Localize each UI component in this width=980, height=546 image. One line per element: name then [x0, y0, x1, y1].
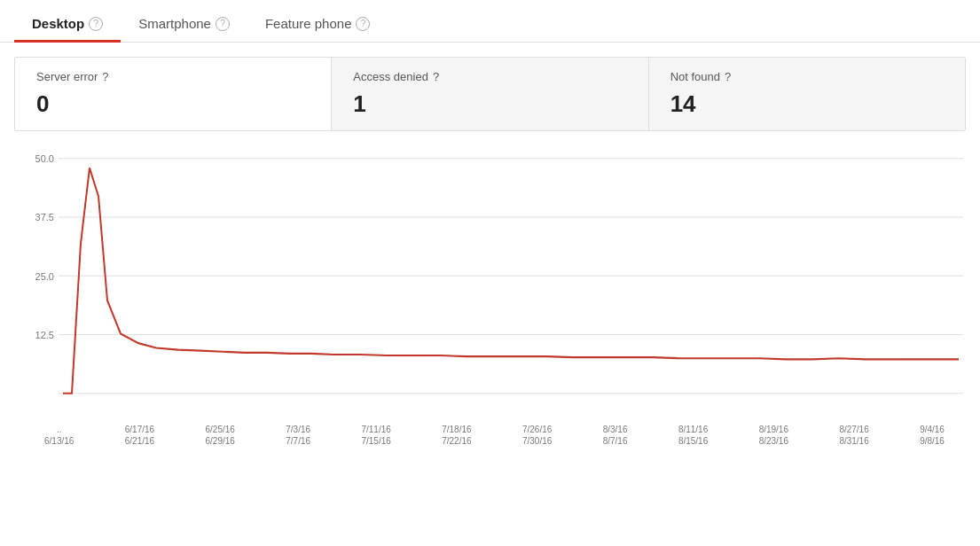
stat-access-denied-help-icon[interactable]: ?	[433, 70, 439, 83]
tab-smartphone[interactable]: Smartphone ?	[121, 7, 247, 43]
svg-text:12.5: 12.5	[35, 329, 54, 339]
x-label-group-1: .. 6/13/16	[44, 424, 74, 447]
stat-value-access-denied: 1	[353, 90, 626, 118]
stat-label-server-error: Server error ?	[36, 70, 310, 83]
stat-value-server-error: 0	[36, 90, 310, 118]
x-label-group-8: 8/3/16 8/7/16	[603, 424, 628, 447]
stat-server-error-help-icon[interactable]: ?	[102, 70, 108, 83]
svg-text:50.0: 50.0	[35, 153, 54, 164]
stats-row: Server error ? 0 Access denied ? 1 Not f…	[14, 57, 966, 131]
stat-card-not-found: Not found ? 14	[649, 58, 965, 130]
chart-container: 50.0 37.5 25.0 12.5	[14, 149, 966, 424]
stat-card-access-denied: Access denied ? 1	[332, 58, 648, 130]
stat-card-server-error: Server error ? 0	[15, 58, 332, 130]
stat-not-found-help-icon[interactable]: ?	[725, 70, 731, 83]
tab-desktop[interactable]: Desktop ?	[14, 7, 121, 43]
x-label-group-3: 6/25/16 6/29/16	[206, 424, 235, 447]
stat-value-not-found: 14	[670, 90, 944, 118]
x-label-group-9: 8/11/16 8/15/16	[678, 424, 708, 447]
svg-text:25.0: 25.0	[35, 270, 54, 281]
x-label-group-12: 9/4/16 9/8/16	[920, 424, 945, 447]
tab-feature-phone[interactable]: Feature phone ?	[247, 7, 388, 43]
stat-label-access-denied: Access denied ?	[353, 70, 626, 83]
tab-feature-phone-help-icon[interactable]: ?	[356, 17, 370, 31]
tabs-container: Desktop ? Smartphone ? Feature phone ?	[0, 0, 980, 43]
tab-smartphone-help-icon[interactable]: ?	[216, 17, 230, 31]
stat-label-not-found: Not found ?	[670, 70, 944, 83]
tab-feature-phone-label: Feature phone	[265, 16, 352, 31]
tab-smartphone-label: Smartphone	[138, 16, 211, 31]
x-axis-labels: .. 6/13/16 6/17/16 6/21/16 6/25/16 6/29/…	[0, 424, 980, 447]
tab-desktop-help-icon[interactable]: ?	[89, 17, 103, 31]
svg-text:37.5: 37.5	[35, 212, 54, 222]
x-label-group-11: 8/27/16 8/31/16	[839, 424, 868, 447]
x-label-group-4: 7/3/16 7/7/16	[286, 424, 310, 447]
tab-desktop-label: Desktop	[32, 16, 84, 31]
x-label-group-10: 8/19/16 8/23/16	[759, 424, 788, 447]
x-label-group-7: 7/26/16 7/30/16	[522, 424, 552, 447]
x-label-group-5: 7/11/16 7/15/16	[361, 424, 390, 447]
x-label-group-2: 6/17/16 6/21/16	[125, 424, 154, 447]
x-label-group-6: 7/18/16 7/22/16	[442, 424, 471, 447]
chart-svg: 50.0 37.5 25.0 12.5	[14, 149, 966, 424]
